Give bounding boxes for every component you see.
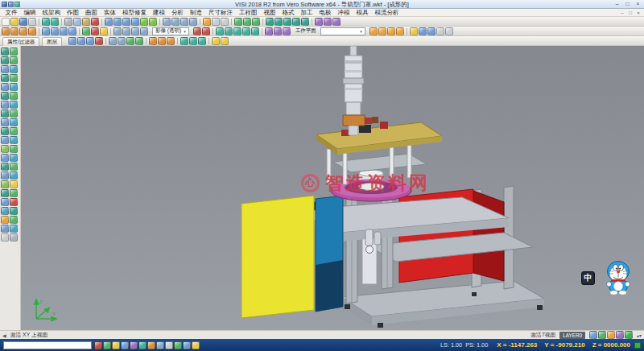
snap-2d-icon[interactable] <box>1 225 9 233</box>
rectangle-icon[interactable] <box>10 74 18 82</box>
dim-radial-icon[interactable] <box>10 154 18 162</box>
polygon-icon[interactable] <box>1 83 9 91</box>
print-icon[interactable] <box>28 18 36 26</box>
color-picker-icon[interactable] <box>10 180 18 188</box>
measure-icon[interactable] <box>315 18 323 26</box>
menu-mould[interactable]: 模具 <box>353 9 371 17</box>
point-icon[interactable] <box>266 18 274 26</box>
snap-midpoint-icon[interactable] <box>103 341 111 349</box>
workplane-xy-icon[interactable] <box>378 27 386 35</box>
close-button[interactable]: × <box>633 0 643 8</box>
layer-list-icon[interactable] <box>598 331 606 339</box>
zoom-out-icon[interactable] <box>131 18 139 26</box>
help-icon[interactable] <box>221 37 229 45</box>
snap-tangent-icon[interactable] <box>138 341 147 349</box>
select-icon[interactable] <box>68 37 76 45</box>
properties-2d-icon[interactable] <box>10 189 18 197</box>
wireframe-view-icon[interactable] <box>212 18 220 26</box>
grid-icon[interactable] <box>283 27 291 35</box>
menu-progress[interactable]: 冲模 <box>335 9 353 17</box>
rotate-view-icon[interactable] <box>149 18 157 26</box>
light-icon[interactable] <box>410 27 418 35</box>
save-icon[interactable] <box>19 18 27 26</box>
previous-view-icon[interactable] <box>109 37 117 45</box>
menu-edit[interactable]: 编辑 <box>21 9 39 17</box>
cone-primitive-icon[interactable] <box>28 27 36 35</box>
ortho-toggle-icon[interactable] <box>165 341 173 349</box>
block-2d-icon[interactable] <box>10 171 18 180</box>
minimize-button[interactable]: – <box>612 0 622 8</box>
next-view-icon[interactable] <box>118 37 126 45</box>
menu-wireframe[interactable]: 线架构 <box>39 9 64 17</box>
quick-undo-icon[interactable] <box>14 2 20 7</box>
boolean-union-icon[interactable] <box>82 27 90 35</box>
move-2d-icon[interactable] <box>10 118 18 126</box>
fillet-2d-icon[interactable] <box>1 109 9 118</box>
layers-icon[interactable] <box>234 18 242 26</box>
pattern-icon[interactable] <box>225 27 233 35</box>
symbol-icon[interactable] <box>1 171 9 180</box>
select-chain-icon[interactable] <box>86 37 94 45</box>
mirror-icon[interactable] <box>216 27 224 35</box>
panel-tab-layers[interactable]: 图层 <box>42 37 62 46</box>
menu-model-repair[interactable]: 模型修复 <box>120 9 150 17</box>
sweep-icon[interactable] <box>60 27 68 35</box>
settings-icon[interactable] <box>10 233 18 242</box>
statusbar-scroll-arrows[interactable]: ▴▾ <box>637 332 642 338</box>
zoom-prev-icon[interactable] <box>1 207 9 215</box>
snap-grid-icon[interactable] <box>156 341 164 349</box>
mdi-minimize-button[interactable]: – <box>618 10 626 15</box>
shell-icon[interactable] <box>131 27 139 35</box>
sphere-primitive-icon[interactable] <box>19 27 27 35</box>
delete-icon[interactable] <box>91 18 99 26</box>
visibility-icon[interactable] <box>180 37 188 45</box>
quick-save-icon[interactable] <box>8 2 14 7</box>
open-folder-icon[interactable] <box>10 18 19 26</box>
new-document-icon[interactable] <box>2 18 10 26</box>
material-icon[interactable] <box>427 27 436 35</box>
grid-2d-icon[interactable] <box>10 216 18 224</box>
mdi-close-button[interactable]: × <box>634 10 642 15</box>
hatch-icon[interactable] <box>1 145 9 153</box>
panel-tab-properties-filter[interactable]: 属性/过滤器 <box>2 37 39 46</box>
menu-electrode[interactable]: 电极 <box>316 9 334 17</box>
move-icon[interactable] <box>233 27 242 35</box>
view-front-icon[interactable] <box>180 18 188 26</box>
render-icon[interactable] <box>419 27 427 35</box>
loft-icon[interactable] <box>68 27 76 35</box>
workplane-dropdown[interactable]: ▾ <box>320 27 365 35</box>
menu-manufacture[interactable]: 制造 <box>188 9 205 17</box>
view-top-icon[interactable] <box>171 18 180 26</box>
polar-toggle-icon[interactable] <box>174 341 182 349</box>
attributes-icon[interactable] <box>252 18 260 26</box>
extrude-icon[interactable] <box>42 27 50 35</box>
offset-icon[interactable] <box>10 83 18 91</box>
arc-icon[interactable] <box>283 18 291 26</box>
view-back-arrow[interactable]: ◀ <box>2 332 6 338</box>
scale-icon[interactable] <box>251 27 259 35</box>
regenerate-icon[interactable] <box>135 37 143 45</box>
dynamic-input-icon[interactable] <box>183 341 191 349</box>
dimension-icon[interactable] <box>324 18 332 26</box>
block-icon[interactable] <box>167 37 175 45</box>
secondary-view-label[interactable]: 激活7视图 <box>530 331 555 339</box>
align-icon[interactable] <box>265 27 273 35</box>
zoom-window-icon[interactable] <box>114 18 122 26</box>
deselect-icon[interactable] <box>95 37 103 45</box>
menu-file[interactable]: 文件 <box>2 9 20 17</box>
menu-modeling[interactable]: 建模 <box>151 9 168 17</box>
clip-plane-icon[interactable] <box>202 27 210 35</box>
section-icon[interactable] <box>193 27 201 35</box>
boolean-subtract-icon[interactable] <box>91 27 99 35</box>
menu-drafting[interactable]: 工程图 <box>237 9 261 17</box>
background-icon[interactable] <box>436 27 444 35</box>
rotate-icon[interactable] <box>242 27 250 35</box>
shading-mode-dropdown[interactable]: 影像 (透明) ▾ <box>152 27 189 35</box>
snap-endpoint-icon[interactable] <box>94 341 102 349</box>
app-logo-icon[interactable] <box>2 2 7 7</box>
boolean-intersect-icon[interactable] <box>100 27 108 35</box>
ungroup-icon[interactable] <box>158 37 166 45</box>
join-icon[interactable] <box>10 101 18 109</box>
snap-quadrant-icon[interactable] <box>130 341 138 349</box>
units-icon[interactable] <box>192 341 200 349</box>
